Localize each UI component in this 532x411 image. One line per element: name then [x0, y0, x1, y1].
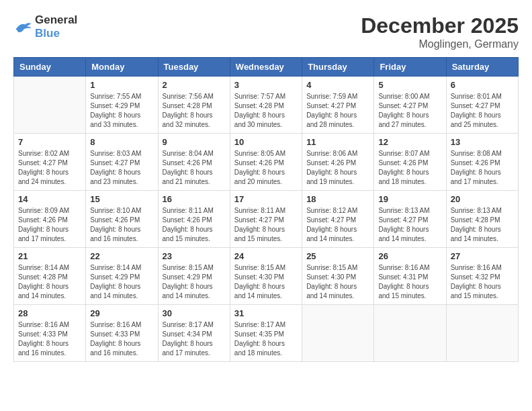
calendar-cell: 17Sunrise: 8:11 AMSunset: 4:27 PMDayligh… — [230, 191, 302, 248]
day-number: 23 — [163, 251, 226, 261]
day-info: Sunrise: 8:12 AMSunset: 4:27 PMDaylight:… — [306, 206, 369, 244]
day-info: Sunrise: 7:57 AMSunset: 4:28 PMDaylight:… — [234, 92, 298, 130]
day-info: Sunrise: 8:05 AMSunset: 4:26 PMDaylight:… — [234, 149, 298, 187]
day-info: Sunrise: 8:14 AMSunset: 4:28 PMDaylight:… — [18, 263, 81, 301]
day-info: Sunrise: 8:02 AMSunset: 4:27 PMDaylight:… — [18, 149, 81, 187]
day-number: 5 — [378, 80, 441, 90]
day-info: Sunrise: 8:17 AMSunset: 4:35 PMDaylight:… — [234, 320, 298, 358]
day-number: 7 — [18, 137, 81, 147]
day-info: Sunrise: 8:15 AMSunset: 4:30 PMDaylight:… — [306, 263, 369, 301]
day-info: Sunrise: 8:16 AMSunset: 4:33 PMDaylight:… — [18, 320, 81, 358]
day-number: 29 — [90, 308, 153, 318]
day-info: Sunrise: 8:14 AMSunset: 4:29 PMDaylight:… — [90, 263, 153, 301]
day-info: Sunrise: 8:16 AMSunset: 4:31 PMDaylight:… — [378, 263, 441, 301]
day-number: 12 — [378, 137, 441, 147]
calendar-cell — [374, 305, 446, 362]
calendar-cell: 22Sunrise: 8:14 AMSunset: 4:29 PMDayligh… — [86, 248, 158, 305]
day-info: Sunrise: 8:10 AMSunset: 4:26 PMDaylight:… — [90, 206, 153, 244]
day-number: 8 — [90, 137, 153, 147]
day-info: Sunrise: 8:01 AMSunset: 4:27 PMDaylight:… — [451, 92, 514, 130]
day-number: 30 — [163, 308, 226, 318]
day-info: Sunrise: 7:55 AMSunset: 4:29 PMDaylight:… — [90, 92, 153, 130]
day-number: 18 — [306, 194, 369, 204]
weekday-header: Thursday — [302, 58, 374, 77]
logo-icon — [13, 19, 32, 34]
day-number: 2 — [163, 80, 226, 90]
day-number: 15 — [90, 194, 153, 204]
day-number: 31 — [234, 308, 298, 318]
day-number: 11 — [306, 137, 369, 147]
day-info: Sunrise: 8:16 AMSunset: 4:33 PMDaylight:… — [90, 320, 153, 358]
day-info: Sunrise: 7:56 AMSunset: 4:28 PMDaylight:… — [163, 92, 226, 130]
calendar-cell: 10Sunrise: 8:05 AMSunset: 4:26 PMDayligh… — [230, 134, 302, 191]
calendar-cell: 9Sunrise: 8:04 AMSunset: 4:26 PMDaylight… — [158, 134, 230, 191]
day-number: 13 — [451, 137, 514, 147]
calendar-cell: 23Sunrise: 8:15 AMSunset: 4:29 PMDayligh… — [158, 248, 230, 305]
calendar-cell: 13Sunrise: 8:08 AMSunset: 4:26 PMDayligh… — [446, 134, 518, 191]
calendar-week-row: 7Sunrise: 8:02 AMSunset: 4:27 PMDaylight… — [14, 134, 519, 191]
calendar-cell: 28Sunrise: 8:16 AMSunset: 4:33 PMDayligh… — [14, 305, 86, 362]
day-info: Sunrise: 8:13 AMSunset: 4:27 PMDaylight:… — [378, 206, 441, 244]
calendar-cell — [446, 305, 518, 362]
day-info: Sunrise: 8:07 AMSunset: 4:26 PMDaylight:… — [378, 149, 441, 187]
day-number: 17 — [234, 194, 298, 204]
day-info: Sunrise: 8:15 AMSunset: 4:29 PMDaylight:… — [163, 263, 226, 301]
day-info: Sunrise: 8:13 AMSunset: 4:28 PMDaylight:… — [451, 206, 514, 244]
calendar-cell: 20Sunrise: 8:13 AMSunset: 4:28 PMDayligh… — [446, 191, 518, 248]
weekday-header: Tuesday — [158, 58, 230, 77]
day-number: 3 — [234, 80, 298, 90]
calendar-week-row: 28Sunrise: 8:16 AMSunset: 4:33 PMDayligh… — [14, 305, 519, 362]
weekday-header: Friday — [374, 58, 446, 77]
weekday-header-row: SundayMondayTuesdayWednesdayThursdayFrid… — [14, 58, 519, 77]
day-info: Sunrise: 8:09 AMSunset: 4:26 PMDaylight:… — [18, 206, 81, 244]
calendar-cell: 6Sunrise: 8:01 AMSunset: 4:27 PMDaylight… — [446, 77, 518, 134]
day-number: 9 — [163, 137, 226, 147]
calendar-cell: 4Sunrise: 7:59 AMSunset: 4:27 PMDaylight… — [302, 77, 374, 134]
day-info: Sunrise: 8:11 AMSunset: 4:26 PMDaylight:… — [163, 206, 226, 244]
day-number: 19 — [378, 194, 441, 204]
day-number: 27 — [451, 251, 514, 261]
calendar-cell: 3Sunrise: 7:57 AMSunset: 4:28 PMDaylight… — [230, 77, 302, 134]
calendar-cell: 16Sunrise: 8:11 AMSunset: 4:26 PMDayligh… — [158, 191, 230, 248]
day-info: Sunrise: 8:15 AMSunset: 4:30 PMDaylight:… — [234, 263, 298, 301]
day-number: 28 — [18, 308, 81, 318]
weekday-header: Wednesday — [230, 58, 302, 77]
weekday-header: Saturday — [446, 58, 518, 77]
day-info: Sunrise: 8:11 AMSunset: 4:27 PMDaylight:… — [234, 206, 298, 244]
day-number: 16 — [163, 194, 226, 204]
calendar-cell: 24Sunrise: 8:15 AMSunset: 4:30 PMDayligh… — [230, 248, 302, 305]
calendar-cell: 8Sunrise: 8:03 AMSunset: 4:27 PMDaylight… — [86, 134, 158, 191]
day-number: 21 — [18, 251, 81, 261]
calendar-cell — [302, 305, 374, 362]
page-header: General Blue December 2025 Moglingen, Ge… — [13, 13, 519, 50]
day-number: 22 — [90, 251, 153, 261]
calendar-cell: 19Sunrise: 8:13 AMSunset: 4:27 PMDayligh… — [374, 191, 446, 248]
calendar-cell: 2Sunrise: 7:56 AMSunset: 4:28 PMDaylight… — [158, 77, 230, 134]
day-info: Sunrise: 7:59 AMSunset: 4:27 PMDaylight:… — [306, 92, 369, 130]
weekday-header: Sunday — [14, 58, 86, 77]
day-info: Sunrise: 8:06 AMSunset: 4:26 PMDaylight:… — [306, 149, 369, 187]
calendar-cell: 12Sunrise: 8:07 AMSunset: 4:26 PMDayligh… — [374, 134, 446, 191]
day-number: 1 — [90, 80, 153, 90]
day-info: Sunrise: 8:04 AMSunset: 4:26 PMDaylight:… — [163, 149, 226, 187]
calendar-week-row: 14Sunrise: 8:09 AMSunset: 4:26 PMDayligh… — [14, 191, 519, 248]
calendar-cell: 26Sunrise: 8:16 AMSunset: 4:31 PMDayligh… — [374, 248, 446, 305]
day-number: 20 — [451, 194, 514, 204]
calendar-cell: 15Sunrise: 8:10 AMSunset: 4:26 PMDayligh… — [86, 191, 158, 248]
day-info: Sunrise: 8:00 AMSunset: 4:27 PMDaylight:… — [378, 92, 441, 130]
day-info: Sunrise: 8:17 AMSunset: 4:34 PMDaylight:… — [163, 320, 226, 358]
calendar-week-row: 21Sunrise: 8:14 AMSunset: 4:28 PMDayligh… — [14, 248, 519, 305]
calendar-cell: 30Sunrise: 8:17 AMSunset: 4:34 PMDayligh… — [158, 305, 230, 362]
logo: General Blue — [13, 13, 77, 40]
day-number: 4 — [306, 80, 369, 90]
day-number: 14 — [18, 194, 81, 204]
calendar-cell: 31Sunrise: 8:17 AMSunset: 4:35 PMDayligh… — [230, 305, 302, 362]
calendar-week-row: 1Sunrise: 7:55 AMSunset: 4:29 PMDaylight… — [14, 77, 519, 134]
day-number: 6 — [451, 80, 514, 90]
weekday-header: Monday — [86, 58, 158, 77]
day-number: 26 — [378, 251, 441, 261]
calendar-table: SundayMondayTuesdayWednesdayThursdayFrid… — [13, 57, 519, 362]
title-area: December 2025 Moglingen, Germany — [361, 13, 519, 50]
calendar-cell — [14, 77, 86, 134]
calendar-cell: 27Sunrise: 8:16 AMSunset: 4:32 PMDayligh… — [446, 248, 518, 305]
